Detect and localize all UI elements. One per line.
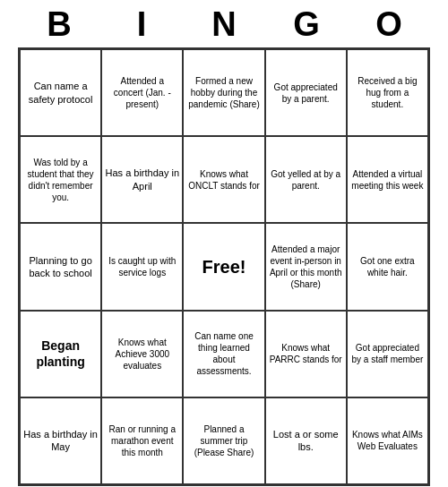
bingo-grid: Can name a safety protocolAttended a con… [18,47,430,486]
bingo-cell-11: Is caught up with service logs [101,223,183,310]
title-b: B [37,5,82,44]
bingo-cell-16: Knows what Achieve 3000 evaluates [101,311,183,397]
title-n: N [202,5,246,44]
bingo-cell-22: Planned a summer trip (Please Share) [183,397,264,484]
bingo-cell-14: Got one extra white hair. [347,223,428,310]
bingo-cell-23: Lost a or some lbs. [265,397,347,484]
title-i: I [119,5,164,44]
bingo-cell-2: Formed a new hobby during the pandemic (… [183,49,264,136]
bingo-cell-9: Attended a virtual meeting this week [347,136,428,223]
bingo-title: B I N G O [18,0,430,47]
bingo-cell-7: Knows what ONCLT stands for [183,136,264,223]
bingo-cell-3: Got appreciated by a parent. [265,49,347,136]
bingo-cell-10: Planning to go back to school [20,223,101,310]
bingo-cell-12: Free! [183,223,264,310]
title-o: O [366,5,411,44]
bingo-cell-20: Has a birthday in May [20,397,101,484]
bingo-cell-19: Got appreciated by a staff member [347,311,428,397]
bingo-cell-24: Knows what AIMs Web Evaluates [347,397,428,484]
bingo-cell-6: Has a birthday in April [101,136,183,223]
bingo-cell-1: Attended a concert (Jan. - present) [101,49,183,136]
bingo-cell-4: Received a big hug from a student. [347,49,428,136]
bingo-cell-0: Can name a safety protocol [20,49,101,136]
bingo-cell-13: Attended a major event in-person in Apri… [265,223,347,310]
bingo-cell-15: Began planting [20,311,101,397]
bingo-cell-5: Was told by a student that they didn't r… [20,136,101,223]
bingo-cell-21: Ran or running a marathon event this mon… [101,397,183,484]
bingo-cell-18: Knows what PARRC stands for [265,311,347,397]
bingo-cell-17: Can name one thing learned about assessm… [183,311,264,397]
bingo-cell-8: Got yelled at by a parent. [265,136,347,223]
title-g: G [284,5,329,44]
